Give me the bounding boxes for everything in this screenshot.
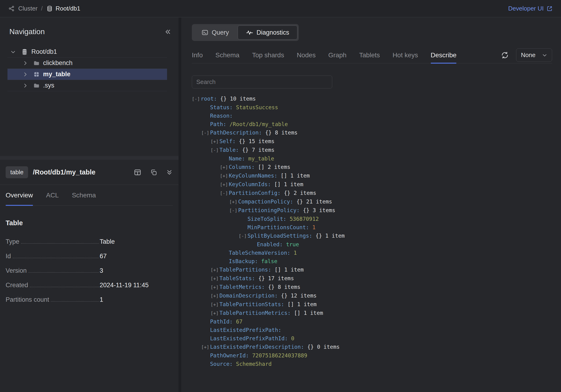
tree-item-label: Root/db1 xyxy=(31,48,57,55)
collapse-summary-button[interactable] xyxy=(166,169,173,176)
tree-item-clickbench[interactable]: clickbench xyxy=(8,58,167,69)
copy-path-button[interactable] xyxy=(150,169,157,176)
chevron-down-icon[interactable] xyxy=(10,49,16,55)
tree-item-sys[interactable]: .sys xyxy=(8,80,167,91)
json-value: 1 xyxy=(290,250,297,256)
expand-node-icon[interactable]: [+] xyxy=(211,274,219,283)
json-key: Name: xyxy=(229,156,245,162)
collapse-panel-button[interactable] xyxy=(164,28,172,35)
expand-node-icon[interactable]: [+] xyxy=(220,180,229,189)
chevron-down-icon xyxy=(542,52,548,58)
json-tree-line: IsBackup: false xyxy=(192,257,552,265)
json-meta: [] 2 items xyxy=(255,164,290,170)
section-title: Table xyxy=(6,219,173,227)
tab-info[interactable]: Info xyxy=(192,47,203,63)
collapse-node-icon[interactable]: [-] xyxy=(220,189,229,197)
collapse-node-icon[interactable]: [-] xyxy=(211,146,219,154)
json-key: SplitByLoadSettings: xyxy=(248,233,312,239)
expand-node-icon[interactable]: [+] xyxy=(211,292,219,300)
json-key: PartitioningPolicy: xyxy=(238,207,300,213)
tab-graph[interactable]: Graph xyxy=(328,47,346,63)
tab-hot-keys[interactable]: Hot keys xyxy=(393,47,418,63)
json-meta: {} 10 items xyxy=(217,96,256,102)
json-tree-line: [+]TableStats: {} 17 items xyxy=(192,274,552,283)
chevron-right-icon[interactable] xyxy=(22,83,28,88)
json-tree-line: Status: StatusSuccess xyxy=(192,103,552,112)
expand-node-icon[interactable]: [+] xyxy=(220,163,229,171)
json-key: TablePartitions: xyxy=(219,267,271,273)
collapse-node-icon[interactable]: [-] xyxy=(201,129,210,137)
panel-resize-handle[interactable] xyxy=(179,18,181,392)
json-key: KeyColumnNames: xyxy=(229,173,278,179)
top-bar: Cluster / Root/db1 Developer UI xyxy=(0,0,561,17)
tab-schema[interactable]: Schema xyxy=(216,47,239,63)
json-key: TablePartitionMetrics: xyxy=(219,310,291,316)
json-tree-line: [-]Table: {} 7 items xyxy=(192,146,552,154)
info-value: 3 xyxy=(100,267,173,274)
breadcrumb: Cluster / Root/db1 xyxy=(8,5,80,12)
switch-diagnostics[interactable]: Diagnostics xyxy=(238,25,298,40)
tab-describe[interactable]: Describe xyxy=(431,47,456,63)
tree-item-label: my_table xyxy=(43,71,70,78)
database-icon xyxy=(46,5,53,12)
info-row-id: Id 67 xyxy=(6,249,173,263)
json-tree-line: [+]LastExistedPrefixDescription: {} 0 it… xyxy=(192,343,552,351)
json-value: true xyxy=(283,241,299,247)
json-meta: {} 21 items xyxy=(293,199,332,205)
tab-tablets[interactable]: Tablets xyxy=(359,47,380,63)
json-tree-line: Name: my_table xyxy=(192,154,552,163)
expand-node-icon[interactable]: [+] xyxy=(211,266,219,274)
json-meta: {} 8 items xyxy=(265,284,300,290)
json-tree-line: [+]Self: {} 15 items xyxy=(192,137,552,146)
tab-overview[interactable]: Overview xyxy=(6,185,33,205)
info-value: 2024-11-19 11:45 xyxy=(100,282,173,289)
chevron-right-icon[interactable] xyxy=(22,60,28,66)
open-preview-button[interactable] xyxy=(134,168,141,176)
object-tabs: Overview ACL Schema xyxy=(6,185,173,206)
tab-top-shards[interactable]: Top shards xyxy=(252,47,284,63)
table-preview-icon xyxy=(134,168,141,176)
autorefresh-select[interactable]: None xyxy=(516,48,552,62)
autorefresh-value: None xyxy=(521,52,536,59)
expand-node-icon[interactable]: [+] xyxy=(211,137,219,146)
json-value: false xyxy=(258,258,278,264)
chevron-right-icon[interactable] xyxy=(22,72,28,77)
breadcrumb-current-label: Root/db1 xyxy=(56,5,80,12)
tab-nodes[interactable]: Nodes xyxy=(297,47,316,63)
expand-node-icon[interactable]: [+] xyxy=(220,172,229,180)
json-key: Columns: xyxy=(229,164,255,170)
expand-node-icon[interactable]: [+] xyxy=(201,343,210,351)
json-key: Reason: xyxy=(210,113,233,119)
collapse-node-icon[interactable]: [-] xyxy=(239,232,248,240)
collapse-node-icon[interactable]: [-] xyxy=(229,206,238,215)
json-tree-line: [-]PartitionConfig: {} 2 items xyxy=(192,189,552,197)
breadcrumb-cluster[interactable]: Cluster xyxy=(18,5,37,12)
horizontal-resize-handle[interactable] xyxy=(0,156,179,160)
developer-ui-link[interactable]: Developer UI xyxy=(508,5,553,12)
json-tree-line: [+]TablePartitions: [] 1 item xyxy=(192,265,552,274)
info-label: Id xyxy=(6,253,100,260)
expand-node-icon[interactable]: [+] xyxy=(229,198,238,206)
schema-tree: Root/db1 clickbench my_ xyxy=(8,46,167,91)
json-meta: [] 1 item xyxy=(271,267,304,273)
json-value: my_table xyxy=(245,156,274,162)
json-key: TableSchemaVersion: xyxy=(229,250,290,256)
json-key: LastExistedPrefixPathId: xyxy=(210,335,288,341)
json-value: SchemeShard xyxy=(233,361,272,367)
tab-acl[interactable]: ACL xyxy=(46,185,59,205)
json-key: IsBackup: xyxy=(229,258,258,264)
tree-item-root-db1[interactable]: Root/db1 xyxy=(8,46,167,58)
tab-schema[interactable]: Schema xyxy=(72,185,96,205)
expand-node-icon[interactable]: [+] xyxy=(211,300,219,309)
switch-query[interactable]: Query xyxy=(193,25,237,40)
json-meta: [] 1 item xyxy=(278,173,310,179)
info-row-partitions-count: Partitions count 1 xyxy=(6,292,173,307)
search-input[interactable] xyxy=(192,75,332,88)
expand-node-icon[interactable]: [+] xyxy=(211,309,219,318)
expand-node-icon[interactable]: [+] xyxy=(211,283,219,291)
json-meta: [] 1 item xyxy=(271,181,303,187)
collapse-node-icon[interactable]: [-] xyxy=(192,95,201,103)
tree-item-my-table[interactable]: my_table xyxy=(8,69,167,80)
refresh-button[interactable] xyxy=(501,51,509,59)
refresh-icon xyxy=(501,51,509,59)
